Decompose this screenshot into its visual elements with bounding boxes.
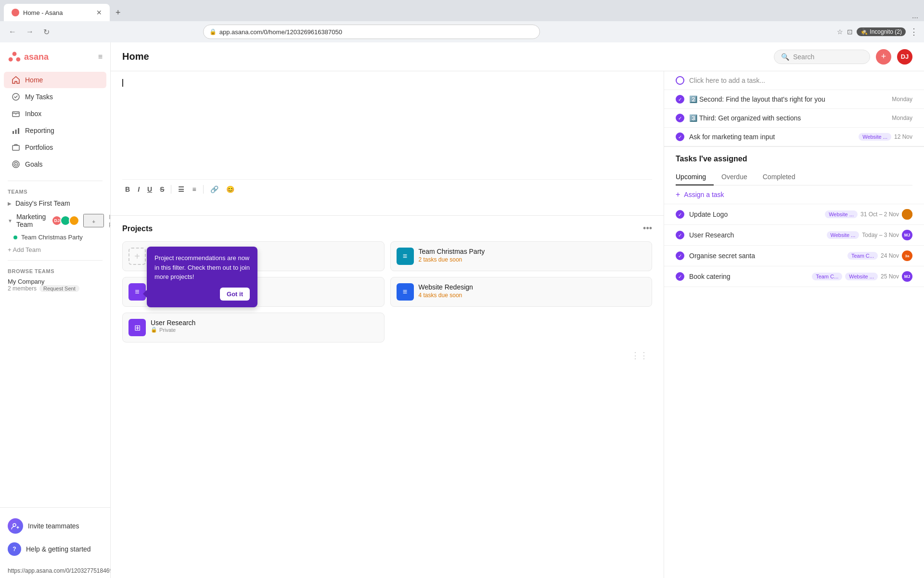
research-project-icon: ⊞	[128, 319, 146, 336]
new-tab-btn[interactable]: +	[112, 8, 125, 18]
task-checkbox-marketing	[676, 132, 684, 141]
user-photo-icon	[902, 209, 912, 220]
search-icon: 🔍	[781, 53, 789, 61]
svg-rect-5	[13, 131, 14, 134]
numbered-list-btn[interactable]: ≡	[189, 184, 199, 195]
task-date-second: Monday	[892, 96, 912, 103]
sidebar-label-reporting: Reporting	[25, 127, 54, 134]
address-bar[interactable]: 🔒 app.asana.com/0/home/1203269616387050	[203, 25, 540, 39]
user-avatar-header[interactable]: DJ	[897, 49, 912, 65]
avatar-amber	[69, 215, 79, 226]
project-card-christmas[interactable]: ≡ Team Christmas Party 2 tasks due soon	[390, 241, 653, 271]
task-tag-secret-santa: Team C...	[847, 252, 878, 260]
project-recommendations-tooltip: Project recommendations are now in this …	[147, 247, 257, 307]
tab-completed[interactable]: Completed	[755, 169, 803, 185]
projects-more-btn[interactable]: •••	[643, 223, 652, 234]
teams-label: Teams	[8, 189, 27, 195]
sidebar-item-marketing-team[interactable]: ▼ Marketing Team DJ + Invite people	[0, 210, 110, 231]
request-sent-badge[interactable]: Request Sent	[39, 285, 79, 292]
invite-avatar-icon	[8, 518, 23, 534]
website-project-sub: 4 tasks due soon	[419, 292, 646, 299]
add-team-btn[interactable]: + Add Team	[0, 243, 110, 256]
sidebar-toggle-btn[interactable]: ≡	[98, 53, 103, 61]
chevron-down-icon: ▼	[8, 218, 13, 223]
sidebar-item-reporting[interactable]: Reporting	[4, 122, 106, 139]
avatar-book-catering: MJ	[902, 271, 912, 282]
research-project-name: User Research	[151, 319, 378, 327]
task-row-marketing[interactable]: Ask for marketing team input Website ...…	[664, 128, 924, 146]
tab-upcoming[interactable]: Upcoming	[676, 169, 714, 185]
drag-handle-icon[interactable]: ⋮⋮	[631, 350, 648, 361]
task-cb-update-logo	[676, 210, 684, 219]
sidebar-item-goals[interactable]: Goals	[4, 156, 106, 172]
bold-btn[interactable]: B	[122, 184, 133, 195]
invite-teammates-btn[interactable]: Invite teammates	[0, 513, 110, 539]
strikethrough-btn[interactable]: S	[157, 184, 167, 195]
underline-btn[interactable]: U	[144, 184, 155, 195]
task-row-second[interactable]: 2️⃣ Second: Find the layout that's right…	[664, 90, 924, 109]
sidebar-item-my-tasks[interactable]: My Tasks	[4, 89, 106, 105]
project-card-website[interactable]: ≡ Website Redesign 4 tasks due soon	[390, 277, 653, 307]
address-text: app.asana.com/0/home/1203269616387050	[219, 28, 342, 36]
project-card-research[interactable]: ⊞ User Research 🔒 Private	[122, 313, 385, 342]
status-url-text: https://app.asana.com/0/1203277518469534…	[8, 567, 103, 574]
tasks-icon	[12, 92, 20, 101]
active-tab[interactable]: Home - Asana ✕	[4, 4, 110, 21]
tab-close-btn[interactable]: ✕	[96, 9, 102, 16]
christmas-project-content: Team Christmas Party 2 tasks due soon	[419, 248, 646, 263]
sidebar: asana ≡ Home My Tasks	[0, 42, 111, 578]
extension-icon[interactable]: ⊡	[847, 28, 853, 36]
right-panel: Click here to add a task... 2️⃣ Second: …	[664, 71, 924, 578]
add-team-member-btn[interactable]: +	[83, 214, 104, 227]
company-item[interactable]: My Company 2 members Request Sent	[0, 276, 110, 294]
assign-task-btn[interactable]: + Assign a task	[664, 185, 924, 204]
sidebar-item-portfolios[interactable]: Portfolios	[4, 139, 106, 156]
tooltip-text: Project recommendations are now in this …	[154, 253, 250, 282]
bullet-list-btn[interactable]: ☰	[175, 184, 187, 195]
back-btn[interactable]: ←	[6, 26, 19, 38]
window-controls[interactable]: ⋯	[912, 14, 918, 21]
bookmark-icon[interactable]: ☆	[837, 28, 843, 36]
lock-icon: 🔒	[151, 327, 157, 333]
sidebar-item-inbox[interactable]: Inbox	[4, 105, 106, 122]
asana-logo-icon	[8, 50, 21, 64]
sidebar-item-home[interactable]: Home	[4, 72, 106, 88]
sidebar-label-home: Home	[25, 76, 43, 84]
italic-btn[interactable]: I	[135, 184, 142, 195]
help-btn[interactable]: ? Help & getting started	[0, 539, 110, 560]
browser-chrome: Home - Asana ✕ + ⋯ ← → ↻ 🔒 app.asana.com…	[0, 0, 924, 42]
project-card-new[interactable]: + C Project recommendations are now in t…	[122, 241, 385, 271]
task-cb-user-research	[676, 231, 684, 239]
assigned-task-book-catering[interactable]: Book catering Team C... Website ... 25 N…	[664, 266, 924, 287]
projects-grid: + C Project recommendations are now in t…	[122, 241, 652, 342]
link-btn[interactable]: 🔗	[207, 184, 221, 195]
browser-nav: ← → ↻ 🔒 app.asana.com/0/home/12032696163…	[0, 21, 924, 42]
emoji-btn[interactable]: 😊	[223, 184, 237, 195]
asana-logo[interactable]: asana	[8, 50, 49, 64]
task-date-book-catering: 25 Nov	[881, 273, 899, 280]
tooltip-got-it-btn[interactable]: Got it	[220, 288, 250, 301]
add-btn[interactable]: +	[876, 49, 891, 65]
search-placeholder: Search	[793, 53, 814, 61]
tasks-assigned-title: Tasks I've assigned	[676, 155, 912, 163]
forward-btn[interactable]: →	[23, 26, 37, 38]
tab-overdue[interactable]: Overdue	[714, 169, 755, 185]
task-label-second: 2️⃣ Second: Find the layout that's right…	[689, 95, 887, 103]
sidebar-project-christmas[interactable]: Team Christmas Party	[0, 231, 110, 243]
svg-point-2	[16, 57, 21, 62]
asana-logo-text: asana	[24, 52, 49, 62]
search-bar[interactable]: 🔍 Search	[774, 50, 870, 64]
inbox-icon	[12, 109, 20, 118]
sidebar-item-daisy-team[interactable]: ▶ Daisy's First Team	[0, 197, 110, 210]
menu-icon[interactable]: ⋮	[910, 26, 918, 37]
refresh-btn[interactable]: ↻	[40, 26, 52, 39]
assigned-task-user-research[interactable]: User Research Website ... Today – 3 Nov …	[664, 225, 924, 246]
editor-content[interactable]	[122, 79, 652, 175]
projects-section: Projects ••• + C Project recomme	[111, 216, 664, 578]
task-row-third[interactable]: 3️⃣ Third: Get organized with sections M…	[664, 109, 924, 128]
assigned-task-update-logo[interactable]: Update Logo Website ... 31 Oct – 2 Nov	[664, 204, 924, 225]
add-task-row[interactable]: Click here to add a task...	[664, 71, 924, 90]
text-editor[interactable]: B I U S ☰ ≡ 🔗 😊	[111, 71, 664, 216]
assigned-task-secret-santa[interactable]: Organise secret santa Team C... 24 Nov 3…	[664, 246, 924, 266]
nav-right: ☆ ⊡ 🕵 Incognito (2) ⋮	[837, 26, 918, 37]
